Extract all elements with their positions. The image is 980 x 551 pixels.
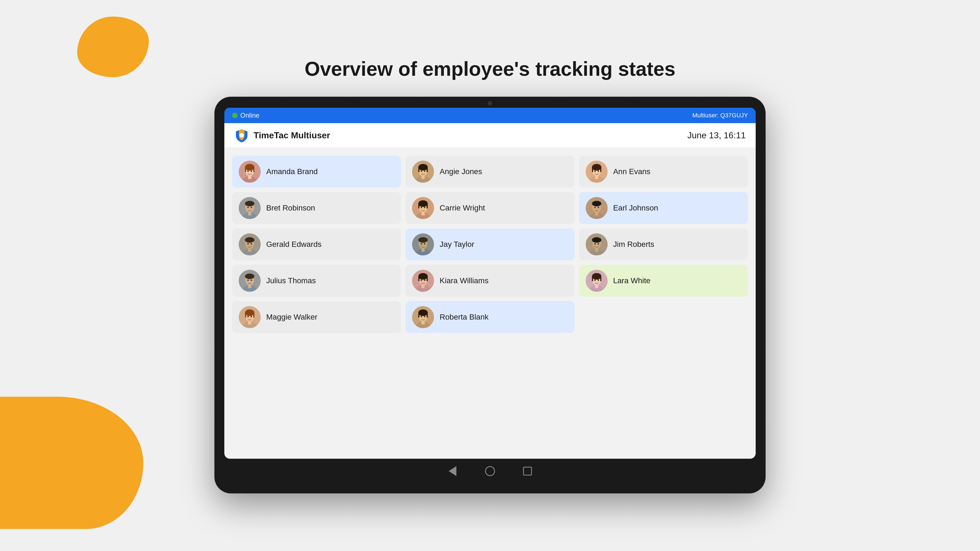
svg-point-36	[245, 201, 255, 206]
svg-rect-28	[600, 167, 601, 172]
svg-point-37	[248, 207, 249, 208]
tablet-screen: Online Multiuser: Q37GUJY TimeTac Multiu…	[224, 108, 756, 459]
svg-rect-126	[426, 312, 428, 318]
svg-point-86	[245, 273, 255, 279]
employee-card-11[interactable]: Kiara Williams	[406, 265, 574, 297]
svg-point-19	[421, 170, 422, 172]
avatar-3	[585, 160, 608, 183]
employee-card-4[interactable]: Bret Robinson	[232, 192, 401, 224]
svg-point-127	[421, 316, 422, 318]
svg-point-107	[594, 279, 595, 281]
multiuser-label: Multiuser: Q37GUJY	[692, 112, 748, 119]
employee-name-3: Ann Evans	[613, 167, 651, 176]
svg-point-47	[421, 207, 422, 208]
svg-rect-84	[248, 285, 251, 288]
svg-point-80	[598, 243, 599, 245]
app-logo-icon	[234, 128, 249, 143]
svg-rect-45	[418, 203, 420, 208]
svg-rect-46	[426, 203, 428, 208]
employee-card-14[interactable]: Roberta Blank	[406, 301, 574, 333]
svg-rect-76	[595, 248, 598, 252]
svg-point-108	[598, 279, 599, 281]
employee-name-1: Amanda Brand	[266, 167, 318, 176]
app-content: Amanda Brand	[224, 148, 756, 459]
employee-name-2: Angie Jones	[439, 167, 482, 176]
svg-point-104	[592, 273, 601, 279]
svg-rect-4	[248, 176, 251, 179]
svg-point-117	[248, 316, 249, 318]
employee-name-12: Lara White	[613, 276, 651, 285]
nav-home-button[interactable]	[485, 466, 495, 476]
svg-rect-7	[245, 167, 246, 172]
svg-rect-24	[595, 176, 598, 179]
svg-point-29	[594, 170, 595, 172]
employee-card-5[interactable]: Carrie Wright	[406, 192, 574, 224]
svg-point-54	[592, 201, 601, 206]
recents-icon	[523, 467, 532, 475]
svg-point-0	[240, 133, 244, 138]
svg-point-38	[251, 207, 252, 208]
avatar-1	[239, 160, 261, 183]
employee-card-10[interactable]: Julius Thomas	[232, 265, 401, 297]
svg-rect-14	[422, 176, 425, 179]
svg-rect-122	[422, 321, 425, 324]
svg-point-94	[418, 273, 428, 279]
nav-back-button[interactable]	[447, 466, 458, 476]
svg-point-30	[598, 170, 599, 172]
svg-point-87	[248, 279, 249, 281]
svg-point-70	[418, 237, 428, 243]
app-logo-area: TimeTac Multiuser	[234, 128, 330, 143]
online-indicator	[232, 113, 237, 118]
svg-point-114	[245, 310, 255, 316]
employee-card-2[interactable]: Angie Jones	[406, 156, 574, 187]
avatar-13	[239, 306, 261, 328]
avatar-4	[239, 197, 261, 219]
svg-point-6	[245, 164, 255, 170]
svg-rect-42	[422, 212, 425, 216]
employee-name-10: Julius Thomas	[266, 276, 316, 285]
employee-card-3[interactable]: Ann Evans	[579, 156, 748, 187]
svg-rect-68	[422, 248, 425, 252]
app-datetime: June 13, 16:11	[687, 130, 746, 140]
svg-rect-27	[592, 167, 593, 172]
employee-name-7: Gerald Edwards	[266, 240, 321, 249]
employee-name-8: Jay Taylor	[439, 240, 474, 249]
employee-name-4: Bret Robinson	[266, 203, 315, 213]
tablet-navigation	[224, 459, 756, 483]
employee-card-8[interactable]: Jay Taylor	[406, 229, 574, 260]
employee-card-1[interactable]: Amanda Brand	[232, 156, 401, 187]
svg-rect-92	[422, 285, 425, 288]
employee-card-7[interactable]: Gerald Edwards	[232, 229, 401, 260]
svg-point-10	[251, 170, 252, 172]
status-bar: Online Multiuser: Q37GUJY	[224, 108, 756, 123]
svg-rect-18	[426, 167, 428, 172]
svg-point-20	[424, 170, 425, 172]
svg-point-118	[251, 316, 252, 318]
svg-point-64	[251, 243, 252, 245]
tablet-camera	[488, 101, 492, 105]
employee-card-13[interactable]: Maggie Walker	[232, 301, 401, 333]
employee-card-12[interactable]: Lara White	[579, 265, 748, 297]
svg-rect-116	[253, 312, 255, 318]
avatar-12	[585, 270, 608, 292]
svg-rect-8	[253, 167, 255, 172]
svg-point-55	[594, 207, 595, 208]
svg-point-16	[418, 164, 428, 170]
employee-name-6: Earl Johnson	[613, 203, 658, 213]
employee-card-9[interactable]: Jim Roberts	[579, 229, 748, 260]
employee-card-6[interactable]: Earl Johnson	[579, 192, 748, 224]
svg-point-48	[424, 207, 425, 208]
svg-rect-125	[418, 312, 420, 318]
online-label: Online	[240, 111, 259, 119]
svg-point-78	[592, 237, 601, 243]
employee-grid: Amanda Brand	[232, 156, 748, 333]
svg-rect-106	[600, 276, 601, 281]
nav-recents-button[interactable]	[522, 466, 533, 476]
app-title: TimeTac Multiuser	[253, 130, 330, 140]
svg-rect-17	[418, 167, 420, 172]
employee-name-14: Roberta Blank	[439, 313, 488, 321]
employee-name-13: Maggie Walker	[266, 313, 318, 321]
back-icon	[449, 466, 457, 476]
svg-rect-52	[595, 212, 598, 216]
svg-rect-96	[426, 276, 428, 281]
